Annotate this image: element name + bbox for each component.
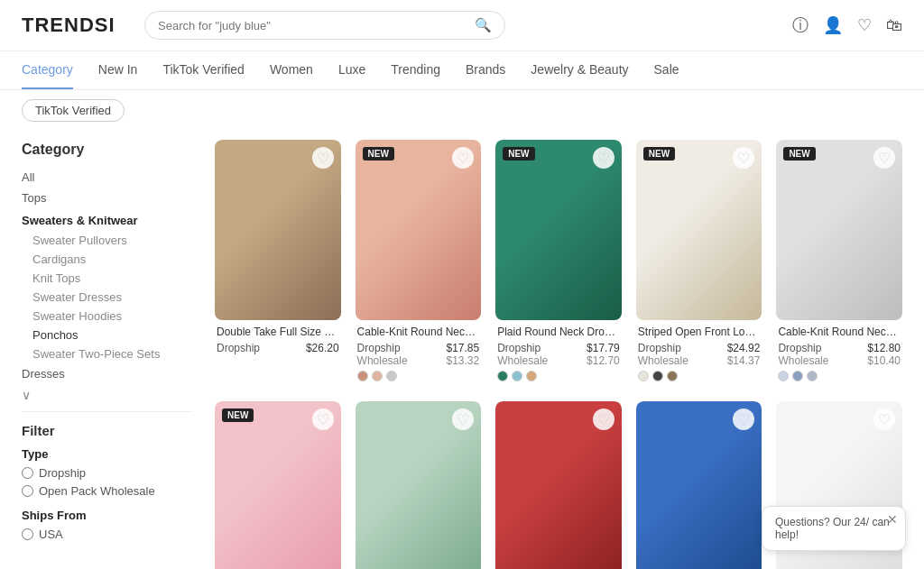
filter-usa-radio[interactable] — [22, 528, 33, 540]
sidebar-sub-sweater-dresses[interactable]: Sweater Dresses — [22, 288, 193, 307]
color-dot — [372, 371, 383, 381]
nav-item-luxe[interactable]: Luxe — [338, 62, 365, 89]
product-wishlist-button[interactable]: ♡ — [593, 408, 614, 430]
filter-usa-label[interactable]: USA — [22, 528, 193, 541]
product-wishlist-button[interactable]: ♡ — [312, 408, 334, 430]
sidebar-sub-cardigans[interactable]: Cardigans — [22, 250, 193, 269]
filter-wholesale-radio[interactable] — [22, 485, 33, 497]
nav-item-women[interactable]: Women — [270, 62, 313, 89]
product-card[interactable]: NEW ♡ Plaid Round Neck Dropped Sho... Dr… — [495, 140, 622, 387]
product-wishlist-button[interactable]: ♡ — [733, 147, 754, 169]
nav-item-trending[interactable]: Trending — [391, 62, 440, 89]
dropship-label: Dropship — [357, 342, 401, 354]
dropship-label: Dropship — [217, 342, 260, 354]
color-dot — [792, 371, 803, 381]
sidebar-sub-sweater-hoodies[interactable]: Sweater Hoodies — [22, 307, 193, 326]
product-image: ♡ — [495, 401, 622, 569]
dropship-label: Dropship — [778, 342, 821, 354]
product-name: Striped Open Front Long Sleeve... — [638, 326, 761, 338]
color-dots — [497, 371, 620, 381]
nav-item-category[interactable]: Category — [22, 62, 73, 89]
product-name: Double Take Full Size Multicolor... — [217, 326, 339, 338]
product-dropship-row: Dropship $26.20 — [217, 342, 339, 354]
sidebar-item-all[interactable]: All — [22, 167, 193, 188]
nav-item-tiktok[interactable]: TikTok Verified — [162, 62, 245, 89]
filter-wholesale-text: Open Pack Wholesale — [39, 484, 155, 498]
sidebar-item-tops[interactable]: Tops — [22, 188, 193, 208]
product-card[interactable]: ♡ Turtleneck Long Sleeve Pullover Dropsh… — [495, 401, 622, 569]
product-card[interactable]: ♡ Ribbed Drop Shoulder Pullover Dropship… — [636, 401, 762, 569]
sub-filter-bar: TikTok Verified — [0, 90, 924, 131]
product-wishlist-button[interactable]: ♡ — [452, 147, 474, 169]
product-wishlist-button[interactable]: ♡ — [873, 147, 895, 169]
color-dot — [386, 371, 397, 381]
product-card[interactable]: ♡ Double Take Full Size Multicolor... Dr… — [215, 140, 341, 387]
sidebar-item-dresses[interactable]: Dresses — [22, 363, 193, 384]
cart-icon[interactable]: 🛍 — [886, 16, 902, 35]
product-wishlist-button[interactable]: ♡ — [312, 147, 334, 169]
chat-close-icon[interactable]: ✕ — [887, 512, 898, 527]
product-badge: NEW — [783, 147, 815, 161]
logo: TRENDSI — [22, 14, 130, 37]
nav-item-jewelry-beauty[interactable]: Jewelry & Beauty — [531, 62, 628, 89]
product-badge: NEW — [643, 147, 675, 161]
filter-dropship-text: Dropship — [39, 466, 86, 480]
help-icon[interactable]: ⓘ — [792, 14, 808, 36]
sidebar-sub-ponchos[interactable]: Ponchos — [22, 326, 193, 344]
product-wishlist-button[interactable]: ♡ — [452, 408, 474, 430]
product-card[interactable]: ♡ Solid Color Crew Neck Sweater Dropship… — [356, 401, 482, 569]
product-image: NEW ♡ — [215, 401, 341, 569]
product-image: ♡ — [215, 140, 341, 320]
wholesale-price: $12.70 — [587, 354, 620, 367]
expand-chevron[interactable]: ∨ — [22, 388, 31, 402]
dropship-price: $26.20 — [306, 342, 339, 354]
sidebar-sub-pullovers[interactable]: Sweater Pullovers — [22, 231, 193, 250]
color-dot — [512, 371, 522, 381]
product-dropship-row: Dropship $12.80 — [778, 342, 901, 354]
products-grid: ♡ Double Take Full Size Multicolor... Dr… — [215, 140, 902, 569]
product-wholesale-row: Wholesale $10.40 — [778, 354, 901, 367]
nav-item-brands[interactable]: Brands — [466, 62, 505, 89]
header: TRENDSI 🔍 ⓘ 👤 ♡ 🛍 — [0, 0, 924, 51]
sidebar-category-title: Category — [22, 142, 193, 158]
sidebar-sub-two-piece[interactable]: Sweater Two-Piece Sets — [22, 344, 193, 363]
color-dot — [526, 371, 537, 381]
nav-item-sale[interactable]: Sale — [654, 62, 679, 89]
search-icon[interactable]: 🔍 — [475, 17, 492, 33]
product-wishlist-button[interactable]: ♡ — [873, 408, 895, 430]
nav-item-new-in[interactable]: New In — [98, 62, 138, 89]
search-input[interactable] — [158, 19, 467, 32]
sidebar-sub-knit-tops[interactable]: Knit Tops — [22, 269, 193, 288]
product-badge: NEW — [363, 147, 394, 161]
sidebar-section-sweaters[interactable]: Sweaters & Knitwear — [22, 214, 193, 227]
product-dropship-row: Dropship $17.79 — [497, 342, 620, 354]
product-card[interactable]: NEW ♡ Cable-Knit Round Neck Sweater Drop… — [776, 140, 902, 387]
sidebar-divider — [22, 411, 193, 412]
dropship-price: $12.80 — [867, 342, 901, 354]
sidebar: Category All Tops Sweaters & Knitwear Sw… — [22, 131, 193, 569]
product-wishlist-button[interactable]: ♡ — [733, 408, 754, 430]
product-card[interactable]: NEW ♡ Striped Open Front Long Sleeve... … — [636, 140, 762, 387]
product-info: Plaid Round Neck Dropped Sho... Dropship… — [495, 320, 622, 387]
wholesale-price: $13.32 — [446, 354, 479, 367]
product-wishlist-button[interactable]: ♡ — [593, 147, 614, 169]
product-card[interactable]: NEW ♡ Cable-Knit Round Neck Top and... D… — [356, 140, 482, 387]
ships-from-title: Ships From — [22, 509, 193, 522]
product-dropship-row: Dropship $24.92 — [638, 342, 761, 354]
chat-widget[interactable]: ✕ Questions? Our 24/ can help! — [762, 506, 906, 551]
color-dot — [652, 371, 663, 381]
dropship-price: $17.85 — [446, 342, 479, 354]
filter-wholesale-label[interactable]: Open Pack Wholesale — [22, 484, 193, 498]
filter-dropship-label[interactable]: Dropship — [22, 466, 193, 480]
color-dots — [778, 371, 901, 381]
product-card[interactable]: NEW ♡ Women's Textured Pullover Sweater … — [215, 401, 341, 569]
wholesale-label: Wholesale — [497, 354, 548, 367]
tiktok-verified-chip[interactable]: TikTok Verified — [22, 99, 125, 122]
filter-type-title: Type — [22, 447, 193, 461]
filter-dropship-radio[interactable] — [22, 467, 33, 479]
search-bar: 🔍 — [144, 11, 505, 40]
product-badge: NEW — [222, 408, 254, 422]
heart-icon[interactable]: ♡ — [857, 15, 872, 35]
header-icons: ⓘ 👤 ♡ 🛍 — [792, 14, 902, 36]
user-icon[interactable]: 👤 — [823, 15, 843, 35]
